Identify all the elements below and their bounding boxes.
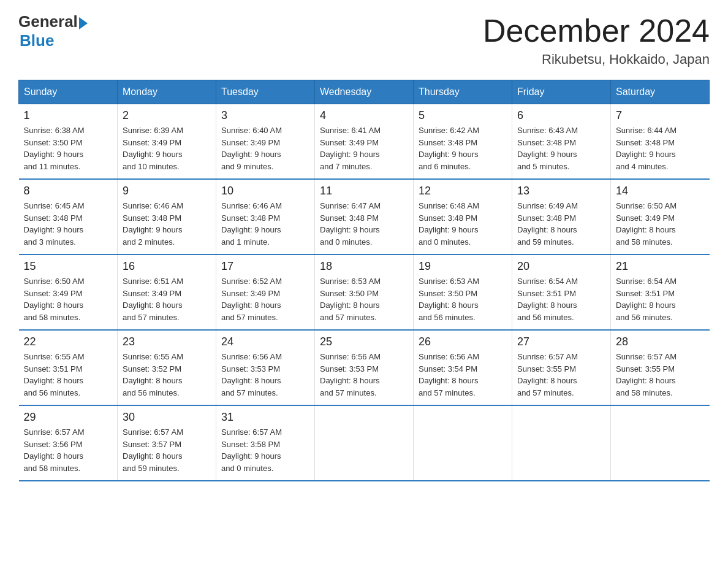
calendar-table: SundayMondayTuesdayWednesdayThursdayFrid… — [18, 80, 710, 481]
day-info: Sunrise: 6:46 AM Sunset: 3:48 PM Dayligh… — [123, 200, 211, 248]
day-info: Sunrise: 6:38 AM Sunset: 3:50 PM Dayligh… — [24, 124, 113, 172]
day-number: 27 — [517, 335, 605, 348]
calendar-cell: 26Sunrise: 6:56 AM Sunset: 3:54 PM Dayli… — [414, 330, 512, 405]
weekday-header-friday: Friday — [512, 80, 611, 104]
day-info: Sunrise: 6:50 AM Sunset: 3:49 PM Dayligh… — [616, 200, 705, 248]
calendar-cell: 14Sunrise: 6:50 AM Sunset: 3:49 PM Dayli… — [611, 179, 710, 255]
calendar-cell: 22Sunrise: 6:55 AM Sunset: 3:51 PM Dayli… — [19, 330, 118, 405]
weekday-header-thursday: Thursday — [414, 80, 512, 104]
day-info: Sunrise: 6:54 AM Sunset: 3:51 PM Dayligh… — [517, 275, 605, 323]
day-number: 31 — [221, 411, 309, 424]
day-info: Sunrise: 6:53 AM Sunset: 3:50 PM Dayligh… — [419, 275, 507, 323]
calendar-cell: 20Sunrise: 6:54 AM Sunset: 3:51 PM Dayli… — [512, 255, 611, 330]
day-info: Sunrise: 6:52 AM Sunset: 3:49 PM Dayligh… — [221, 275, 309, 323]
calendar-cell: 9Sunrise: 6:46 AM Sunset: 3:48 PM Daylig… — [118, 179, 216, 255]
calendar-cell: 12Sunrise: 6:48 AM Sunset: 3:48 PM Dayli… — [414, 179, 512, 255]
day-info: Sunrise: 6:56 AM Sunset: 3:53 PM Dayligh… — [320, 351, 408, 399]
calendar-cell: 11Sunrise: 6:47 AM Sunset: 3:48 PM Dayli… — [315, 179, 414, 255]
day-number: 26 — [419, 335, 507, 348]
day-number: 22 — [24, 335, 113, 348]
calendar-cell: 24Sunrise: 6:56 AM Sunset: 3:53 PM Dayli… — [216, 330, 315, 405]
day-info: Sunrise: 6:57 AM Sunset: 3:55 PM Dayligh… — [517, 351, 605, 399]
calendar-week-row: 29Sunrise: 6:57 AM Sunset: 3:56 PM Dayli… — [19, 405, 710, 481]
calendar-week-row: 8Sunrise: 6:45 AM Sunset: 3:48 PM Daylig… — [19, 179, 710, 255]
weekday-header-tuesday: Tuesday — [216, 80, 315, 104]
calendar-cell: 25Sunrise: 6:56 AM Sunset: 3:53 PM Dayli… — [315, 330, 414, 405]
calendar-week-row: 1Sunrise: 6:38 AM Sunset: 3:50 PM Daylig… — [19, 104, 710, 180]
day-number: 9 — [123, 185, 211, 197]
day-number: 1 — [24, 109, 113, 122]
calendar-cell — [315, 405, 414, 481]
calendar-cell: 7Sunrise: 6:44 AM Sunset: 3:48 PM Daylig… — [611, 104, 710, 180]
day-number: 16 — [123, 260, 211, 273]
day-info: Sunrise: 6:56 AM Sunset: 3:53 PM Dayligh… — [221, 351, 309, 399]
calendar-cell: 1Sunrise: 6:38 AM Sunset: 3:50 PM Daylig… — [19, 104, 118, 180]
day-info: Sunrise: 6:45 AM Sunset: 3:48 PM Dayligh… — [24, 200, 113, 248]
calendar-cell: 15Sunrise: 6:50 AM Sunset: 3:49 PM Dayli… — [19, 255, 118, 330]
day-number: 25 — [320, 335, 408, 348]
day-info: Sunrise: 6:39 AM Sunset: 3:49 PM Dayligh… — [123, 124, 211, 172]
day-number: 6 — [517, 109, 605, 122]
weekday-header-wednesday: Wednesday — [315, 80, 414, 104]
calendar-cell: 8Sunrise: 6:45 AM Sunset: 3:48 PM Daylig… — [19, 179, 118, 255]
day-number: 13 — [517, 185, 605, 197]
calendar-cell: 10Sunrise: 6:46 AM Sunset: 3:48 PM Dayli… — [216, 179, 315, 255]
day-number: 20 — [517, 260, 605, 273]
calendar-cell — [512, 405, 611, 481]
day-info: Sunrise: 6:47 AM Sunset: 3:48 PM Dayligh… — [320, 200, 408, 248]
day-info: Sunrise: 6:46 AM Sunset: 3:48 PM Dayligh… — [221, 200, 309, 248]
calendar-cell: 17Sunrise: 6:52 AM Sunset: 3:49 PM Dayli… — [216, 255, 315, 330]
logo-arrow-icon — [79, 17, 88, 29]
calendar-cell: 16Sunrise: 6:51 AM Sunset: 3:49 PM Dayli… — [118, 255, 216, 330]
day-number: 3 — [221, 109, 309, 122]
day-number: 2 — [123, 109, 211, 122]
day-info: Sunrise: 6:42 AM Sunset: 3:48 PM Dayligh… — [419, 124, 507, 172]
calendar-cell: 2Sunrise: 6:39 AM Sunset: 3:49 PM Daylig… — [118, 104, 216, 180]
day-info: Sunrise: 6:57 AM Sunset: 3:56 PM Dayligh… — [24, 426, 113, 474]
day-number: 18 — [320, 260, 408, 273]
calendar-cell: 6Sunrise: 6:43 AM Sunset: 3:48 PM Daylig… — [512, 104, 611, 180]
day-number: 30 — [123, 411, 211, 424]
calendar-cell: 19Sunrise: 6:53 AM Sunset: 3:50 PM Dayli… — [414, 255, 512, 330]
calendar-cell: 13Sunrise: 6:49 AM Sunset: 3:48 PM Dayli… — [512, 179, 611, 255]
day-info: Sunrise: 6:41 AM Sunset: 3:49 PM Dayligh… — [320, 124, 408, 172]
calendar-week-row: 22Sunrise: 6:55 AM Sunset: 3:51 PM Dayli… — [19, 330, 710, 405]
calendar-cell: 23Sunrise: 6:55 AM Sunset: 3:52 PM Dayli… — [118, 330, 216, 405]
day-number: 10 — [221, 185, 309, 197]
day-info: Sunrise: 6:57 AM Sunset: 3:58 PM Dayligh… — [221, 426, 309, 474]
day-number: 29 — [24, 411, 113, 424]
day-info: Sunrise: 6:54 AM Sunset: 3:51 PM Dayligh… — [616, 275, 705, 323]
day-info: Sunrise: 6:55 AM Sunset: 3:52 PM Dayligh… — [123, 351, 211, 399]
calendar-cell — [414, 405, 512, 481]
calendar-cell: 30Sunrise: 6:57 AM Sunset: 3:57 PM Dayli… — [118, 405, 216, 481]
day-info: Sunrise: 6:57 AM Sunset: 3:55 PM Dayligh… — [616, 351, 705, 399]
day-info: Sunrise: 6:51 AM Sunset: 3:49 PM Dayligh… — [123, 275, 211, 323]
calendar-cell: 4Sunrise: 6:41 AM Sunset: 3:49 PM Daylig… — [315, 104, 414, 180]
day-number: 19 — [419, 260, 507, 273]
calendar-cell: 28Sunrise: 6:57 AM Sunset: 3:55 PM Dayli… — [611, 330, 710, 405]
logo: General Blue — [18, 12, 88, 50]
calendar-cell: 3Sunrise: 6:40 AM Sunset: 3:49 PM Daylig… — [216, 104, 315, 180]
day-number: 11 — [320, 185, 408, 197]
day-number: 24 — [221, 335, 309, 348]
calendar-week-row: 15Sunrise: 6:50 AM Sunset: 3:49 PM Dayli… — [19, 255, 710, 330]
weekday-header-saturday: Saturday — [611, 80, 710, 104]
day-info: Sunrise: 6:43 AM Sunset: 3:48 PM Dayligh… — [517, 124, 605, 172]
weekday-header-row: SundayMondayTuesdayWednesdayThursdayFrid… — [19, 80, 710, 104]
location-text: Rikubetsu, Hokkaido, Japan — [483, 52, 710, 67]
weekday-header-monday: Monday — [118, 80, 216, 104]
day-number: 4 — [320, 109, 408, 122]
page-header: General Blue December 2024 Rikubetsu, Ho… — [18, 12, 710, 67]
calendar-cell: 5Sunrise: 6:42 AM Sunset: 3:48 PM Daylig… — [414, 104, 512, 180]
day-info: Sunrise: 6:55 AM Sunset: 3:51 PM Dayligh… — [24, 351, 113, 399]
day-number: 21 — [616, 260, 705, 273]
calendar-cell: 27Sunrise: 6:57 AM Sunset: 3:55 PM Dayli… — [512, 330, 611, 405]
logo-blue-text: Blue — [20, 31, 54, 50]
day-info: Sunrise: 6:44 AM Sunset: 3:48 PM Dayligh… — [616, 124, 705, 172]
calendar-cell: 21Sunrise: 6:54 AM Sunset: 3:51 PM Dayli… — [611, 255, 710, 330]
logo-general-text: General — [18, 12, 78, 31]
month-title: December 2024 — [483, 12, 710, 49]
day-info: Sunrise: 6:40 AM Sunset: 3:49 PM Dayligh… — [221, 124, 309, 172]
day-info: Sunrise: 6:57 AM Sunset: 3:57 PM Dayligh… — [123, 426, 211, 474]
day-number: 23 — [123, 335, 211, 348]
